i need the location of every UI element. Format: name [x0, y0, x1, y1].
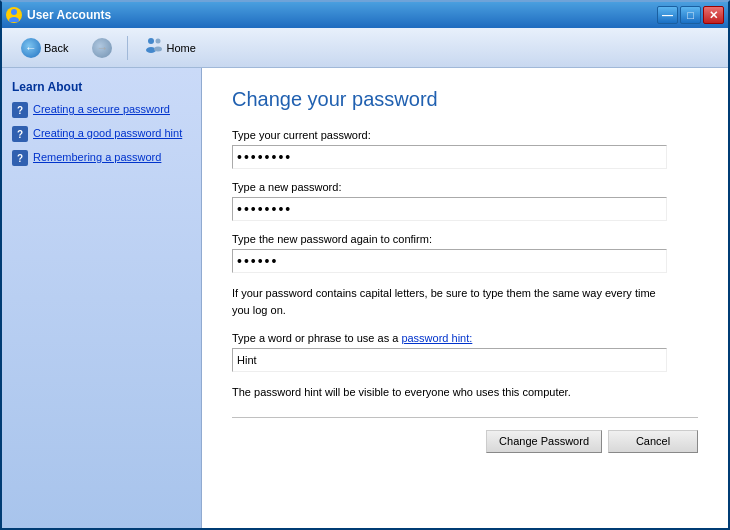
window: User Accounts — □ ✕ ← Back → [0, 0, 730, 530]
button-row: Change Password Cancel [232, 430, 698, 453]
sidebar-link-secure-password[interactable]: ? Creating a secure password [12, 102, 191, 118]
capital-letters-info: If your password contains capital letter… [232, 285, 672, 318]
home-label: Home [166, 42, 195, 54]
toolbar: ← Back → Home [2, 28, 728, 68]
sidebar-link-text-1: Creating a secure password [33, 102, 170, 117]
content-area: Learn About ? Creating a secure password… [2, 68, 728, 528]
learn-about-title: Learn About [12, 80, 191, 94]
svg-point-1 [9, 17, 19, 22]
minimize-button[interactable]: — [657, 6, 678, 24]
question-icon-1: ? [12, 102, 28, 118]
sidebar-link-good-hint[interactable]: ? Creating a good password hint [12, 126, 191, 142]
window-title: User Accounts [27, 8, 111, 22]
hint-info: The password hint will be visible to eve… [232, 384, 672, 401]
hint-label-prefix: Type a word or phrase to use as a [232, 332, 401, 344]
password-hint-link[interactable]: password hint: [401, 332, 472, 344]
new-password-label: Type a new password: [232, 181, 698, 193]
title-bar: User Accounts — □ ✕ [2, 2, 728, 28]
confirm-password-input[interactable] [232, 249, 667, 273]
question-icon-3: ? [12, 150, 28, 166]
svg-point-2 [148, 38, 154, 44]
main-panel: Change your password Type your current p… [202, 68, 728, 528]
sidebar-link-remembering[interactable]: ? Remembering a password [12, 150, 191, 166]
sidebar: Learn About ? Creating a secure password… [2, 68, 202, 528]
hint-input[interactable] [232, 348, 667, 372]
question-icon-2: ? [12, 126, 28, 142]
current-password-label: Type your current password: [232, 129, 698, 141]
home-button[interactable]: Home [134, 33, 204, 62]
maximize-button[interactable]: □ [680, 6, 701, 24]
current-password-input[interactable] [232, 145, 667, 169]
divider [232, 417, 698, 418]
home-icon [143, 37, 163, 58]
back-arrow-icon: ← [21, 38, 41, 58]
new-password-input[interactable] [232, 197, 667, 221]
svg-point-0 [11, 9, 17, 15]
hint-label: Type a word or phrase to use as a passwo… [232, 332, 698, 344]
toolbar-divider [127, 36, 128, 60]
title-buttons: — □ ✕ [657, 6, 724, 24]
page-title: Change your password [232, 88, 698, 111]
cancel-button[interactable]: Cancel [608, 430, 698, 453]
confirm-password-label: Type the new password again to confirm: [232, 233, 698, 245]
forward-arrow-icon: → [92, 38, 112, 58]
sidebar-link-text-2: Creating a good password hint [33, 126, 182, 141]
svg-point-5 [154, 47, 162, 52]
title-bar-left: User Accounts [6, 7, 111, 23]
sidebar-link-text-3: Remembering a password [33, 150, 161, 165]
back-button[interactable]: ← Back [12, 34, 77, 62]
svg-point-4 [156, 39, 161, 44]
forward-button[interactable]: → [83, 34, 121, 62]
close-button[interactable]: ✕ [703, 6, 724, 24]
user-accounts-icon [6, 7, 22, 23]
back-label: Back [44, 42, 68, 54]
change-password-button[interactable]: Change Password [486, 430, 602, 453]
